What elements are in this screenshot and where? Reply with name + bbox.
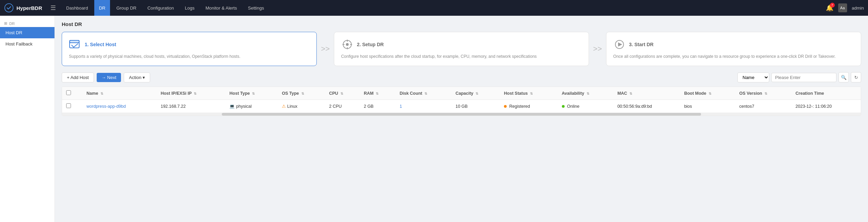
availability-dot	[562, 105, 565, 108]
scrollbar[interactable]	[62, 113, 861, 116]
toolbar-right: Name IP OS Type 🔍 ↻	[737, 72, 861, 82]
col-ram: RAM ⇅	[360, 87, 395, 100]
admin-label[interactable]: admin	[852, 5, 864, 11]
nav-group-dr[interactable]: Group DR	[111, 0, 141, 16]
next-button[interactable]: → Next	[97, 73, 121, 82]
logo: HyperBDR	[4, 3, 42, 13]
nav-settings[interactable]: Settings	[243, 0, 269, 16]
disk-count-link[interactable]: 1	[400, 104, 402, 109]
refresh-icon: ↻	[854, 75, 858, 80]
row-checkbox[interactable]	[66, 103, 71, 108]
step-3-desc: Once all configurations are complete, yo…	[613, 53, 854, 60]
chevron-down-icon: ▾	[143, 75, 145, 80]
physical-icon: 💻	[229, 104, 235, 109]
add-host-button[interactable]: + Add Host	[62, 73, 94, 82]
toolbar: + Add Host → Next Action ▾ Name IP OS Ty…	[62, 72, 861, 82]
mac-cell: 00:50:56:9a:d9:bd	[613, 100, 680, 113]
creation-time-cell: 2023-12-: 11:06:20	[792, 100, 861, 113]
select-all-checkbox[interactable]	[66, 90, 71, 95]
availability-cell: Online	[558, 100, 613, 113]
capacity-cell: 10 GB	[451, 100, 500, 113]
col-name: Name ⇅	[82, 87, 156, 100]
col-availability: Availability ⇅	[558, 87, 613, 100]
step-3-title: 3. Start DR	[629, 42, 654, 47]
os-warning-icon: ⚠	[282, 104, 286, 109]
col-cpu: CPU ⇅	[325, 87, 360, 100]
nav-dr[interactable]: DR	[94, 0, 110, 16]
table-row: wordpress-app-d9bd 192.168.7.22 💻 physic…	[62, 100, 861, 113]
step-arrow-2: >>	[589, 44, 606, 53]
host-status-dot	[504, 105, 507, 108]
step-1-desc: Supports a variety of physical machines,…	[69, 53, 310, 60]
col-host-ip: Host IP/EXSi IP ⇅	[157, 87, 226, 100]
topnav: HyperBDR ☰ Dashboard DR Group DR Configu…	[0, 0, 868, 16]
nav-dashboard[interactable]: Dashboard	[61, 0, 93, 16]
disk-count-cell: 1	[396, 100, 451, 113]
step-1-icon	[69, 38, 81, 51]
svg-rect-2	[70, 40, 79, 43]
page-title: Host DR	[62, 21, 861, 27]
sidebar-group-icon: ⊞	[4, 21, 7, 26]
step-3-card: 3. Start DR Once all configurations are …	[606, 32, 861, 66]
step-2-desc: Configure host specifications after the …	[341, 53, 582, 60]
sidebar-group-dr: ⊞ DR	[0, 18, 55, 27]
host-table: Name ⇅ Host IP/EXSi IP ⇅ Host Type ⇅ OS …	[62, 87, 861, 116]
filter-input[interactable]	[771, 73, 836, 82]
ram-cell: 2 GB	[360, 100, 395, 113]
col-os-version: OS Version ⇅	[735, 87, 791, 100]
col-host-type: Host Type ⇅	[225, 87, 278, 100]
col-capacity: Capacity ⇅	[451, 87, 500, 100]
step-3-icon	[613, 38, 626, 51]
search-icon: 🔍	[841, 75, 847, 80]
step-2-title: 2. Setup DR	[357, 42, 384, 47]
refresh-button[interactable]: ↻	[851, 72, 861, 82]
os-type-cell: ⚠ Linux	[278, 100, 325, 113]
avatar[interactable]: Aa	[838, 3, 847, 12]
action-button[interactable]: Action ▾	[124, 73, 150, 82]
host-ip-cell: 192.168.7.22	[157, 100, 226, 113]
steps-row: 1. Select Host Supports a variety of phy…	[62, 32, 861, 66]
nav-configuration[interactable]: Configuration	[143, 0, 179, 16]
search-button[interactable]: 🔍	[839, 72, 849, 82]
boot-mode-cell: bios	[680, 100, 735, 113]
col-mac: MAC ⇅	[613, 87, 680, 100]
step-2-icon	[341, 38, 353, 51]
filter-select[interactable]: Name IP OS Type	[737, 73, 769, 82]
col-host-status: Host Status ⇅	[500, 87, 557, 100]
host-type-cell: 💻 physical	[225, 100, 278, 113]
step-arrow-1: >>	[317, 44, 334, 53]
sidebar-item-host-failback[interactable]: Host Failback	[0, 38, 55, 50]
topnav-right: 🔔 7 Aa admin	[826, 3, 864, 12]
sidebar-item-host-dr[interactable]: Host DR	[0, 27, 55, 38]
host-status-cell: Registered	[500, 100, 557, 113]
col-creation-time: Creation Time	[792, 87, 861, 100]
os-version-cell: centos7	[735, 100, 791, 113]
step-1-title: 1. Select Host	[85, 42, 116, 47]
cpu-cell: 2 CPU	[325, 100, 360, 113]
step-2-card: 2. Setup DR Configure host specification…	[334, 32, 589, 66]
svg-point-0	[5, 4, 13, 12]
col-disk-count: Disk Count ⇅	[396, 87, 451, 100]
notification-icon[interactable]: 🔔 7	[826, 4, 833, 12]
hamburger-icon[interactable]: ☰	[48, 3, 59, 13]
nav-logs[interactable]: Logs	[180, 0, 199, 16]
svg-point-5	[346, 43, 349, 46]
step-1-card: 1. Select Host Supports a variety of phy…	[62, 32, 317, 66]
col-boot-mode: Boot Mode ⇅	[680, 87, 735, 100]
host-name-link[interactable]: wordpress-app-d9bd	[86, 104, 126, 109]
main-content: Host DR 1. Select Host	[55, 16, 868, 222]
sidebar: ⊞ DR Host DR Host Failback	[0, 16, 55, 222]
nav-monitor-alerts[interactable]: Monitor & Alerts	[201, 0, 242, 16]
col-os-type: OS Type ⇅	[278, 87, 325, 100]
